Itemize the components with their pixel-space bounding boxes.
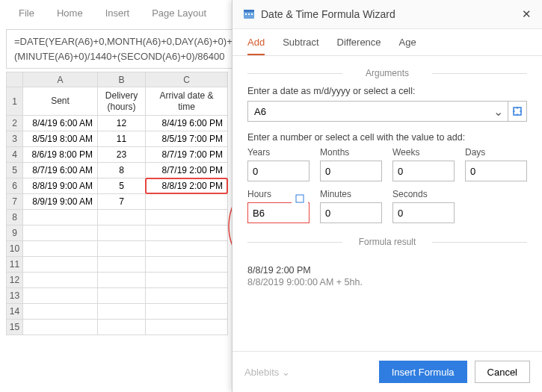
input-months[interactable] [320,161,382,181]
row-header[interactable]: 2 [7,116,23,131]
cell[interactable]: 5 [98,178,146,194]
cell[interactable]: 8/6/19 8:00 PM [23,147,98,163]
cell[interactable]: 8/7/19 7:00 PM [146,147,228,163]
row-header[interactable]: 4 [7,147,23,163]
dialog-title: Date & Time Formula Wizard [261,8,522,20]
tab-page-layout[interactable]: Page Layout [152,7,206,19]
date-prompt: Enter a date as m/d/yyyy or select a cel… [247,86,527,96]
tab-age[interactable]: Age [399,37,416,55]
cell[interactable] [146,194,228,210]
tab-home[interactable]: Home [57,7,83,19]
input-days[interactable] [465,161,527,181]
header-sent[interactable]: Sent [23,87,98,116]
corner-cell[interactable] [7,72,23,87]
tab-add[interactable]: Add [247,37,265,55]
svg-rect-6 [296,195,304,202]
input-years[interactable] [247,161,310,181]
header-delivery[interactable]: Delivery (hours) [98,87,146,116]
tab-subtract[interactable]: Subtract [283,37,318,55]
result-sub: 8/8/2019 9:00:00 AM + 5hh. [247,277,527,287]
input-weeks[interactable] [392,161,455,181]
label-minutes: Minutes [320,189,382,199]
svg-rect-4 [251,13,253,15]
brand-label[interactable]: Ablebits ⌄ [244,367,372,378]
row-header[interactable]: 1 [7,87,23,116]
tab-difference[interactable]: Difference [337,37,381,55]
col-header-a[interactable]: A [23,72,98,87]
svg-rect-1 [244,10,254,12]
hours-cell-picker[interactable] [292,190,308,208]
wizard-tabs: Add Subtract Difference Age [232,29,542,56]
svg-rect-2 [245,13,247,15]
row-header[interactable]: 11 [7,257,23,273]
row-header[interactable]: 3 [7,131,23,147]
row-header[interactable]: 10 [7,241,23,257]
col-header-c[interactable]: C [146,72,228,87]
select-range-icon [512,106,523,116]
cell[interactable]: 23 [98,147,146,163]
row-header[interactable]: 5 [7,163,23,178]
date-input[interactable] [247,101,510,122]
chevron-down-icon: ⌄ [282,367,290,378]
cell[interactable]: 8/5/19 7:00 PM [146,131,228,147]
select-range-icon [295,194,304,203]
col-header-b[interactable]: B [98,72,146,87]
cell[interactable]: 8/7/19 2:00 PM [146,163,228,178]
row-header[interactable]: 13 [7,288,23,304]
svg-rect-3 [248,13,250,15]
header-arrival[interactable]: Arrival date & time [146,87,228,116]
cell[interactable]: 8/8/19 9:00 AM [23,178,98,194]
result-main: 8/8/19 2:00 PM [247,265,527,276]
input-seconds[interactable] [392,202,455,223]
dialog-titlebar: Date & Time Formula Wizard ✕ [232,0,542,29]
row-header[interactable]: 9 [7,225,23,241]
cell[interactable]: 8/5/19 8:00 AM [23,131,98,147]
tab-insert[interactable]: Insert [105,7,130,19]
cell[interactable]: 8/9/19 9:00 AM [23,194,98,210]
label-years: Years [247,147,310,158]
cell[interactable]: 8 [98,163,146,178]
value-prompt: Enter a number or select a cell with the… [247,132,527,143]
row-header[interactable]: 14 [7,304,23,320]
cell[interactable]: 8/8/19 2:00 PM [146,178,228,194]
row-header[interactable]: 12 [7,273,23,288]
close-icon[interactable]: ✕ [522,7,532,21]
cancel-button[interactable]: Cancel [475,361,530,383]
tab-file[interactable]: File [19,7,34,19]
date-time-wizard-dialog: Date & Time Formula Wizard ✕ Add Subtrac… [232,0,542,392]
input-minutes[interactable] [320,202,382,223]
label-days: Days [465,147,527,158]
cell[interactable]: 8/4/19 6:00 PM [146,116,228,131]
row-header[interactable]: 6 [7,178,23,194]
label-weeks: Weeks [392,147,455,158]
cell[interactable]: 7 [98,194,146,210]
cell-picker-button[interactable] [508,101,527,122]
wizard-icon [243,8,255,20]
cell[interactable]: 12 [98,116,146,131]
row-header[interactable]: 8 [7,210,23,225]
row-header[interactable]: 15 [7,320,23,335]
row-header[interactable]: 7 [7,194,23,210]
arguments-label: Arguments [247,68,527,78]
insert-formula-button[interactable]: Insert Formula [379,361,467,383]
cell[interactable]: 8/7/19 6:00 AM [23,163,98,178]
label-seconds: Seconds [392,189,455,199]
result-label: Formula result [247,237,527,247]
cell[interactable]: 11 [98,131,146,147]
cell[interactable]: 8/4/19 6:00 AM [23,116,98,131]
label-months: Months [320,147,382,158]
